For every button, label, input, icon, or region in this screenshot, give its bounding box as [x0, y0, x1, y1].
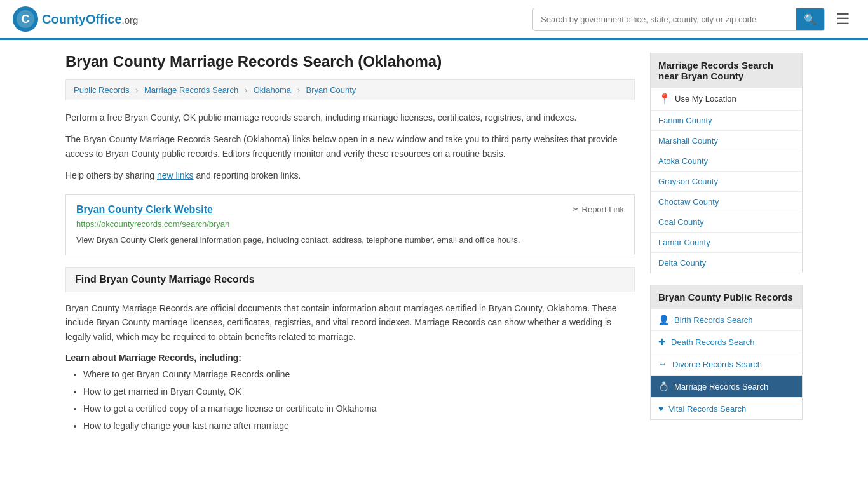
vital-records-label: Vital Records Search [668, 404, 746, 414]
find-records-text: Bryan County Marriage Records are offici… [65, 301, 635, 344]
use-location[interactable]: 📍 Use My Location [651, 88, 802, 111]
header: C CountyOffice.org 🔍 ☰ [0, 0, 868, 40]
list-item: How to get married in Bryan County, OK [83, 385, 635, 398]
description-1: Perform a free Bryan County, OK public m… [65, 111, 635, 125]
divorce-records-link[interactable]: ↔ Divorce Records Search [651, 353, 802, 375]
list-item: ♥ Vital Records Search [651, 398, 802, 419]
list-item: Where to get Bryan County Marriage Recor… [83, 368, 635, 381]
birth-records-label: Birth Records Search [674, 315, 753, 325]
search-bar: 🔍 [532, 8, 825, 31]
county-link-grayson[interactable]: Grayson County [651, 172, 802, 191]
county-link-fannin[interactable]: Fannin County [651, 111, 802, 130]
public-records-list: 👤 Birth Records Search ✚ Death Records S… [651, 309, 802, 419]
find-records-header: Find Bryan County Marriage Records [65, 267, 635, 292]
main-container: Bryan County Marriage Records Search (Ok… [53, 40, 815, 449]
breadcrumb-public-records[interactable]: Public Records [74, 85, 129, 95]
county-link-atoka[interactable]: Atoka County [651, 151, 802, 171]
public-records-section: Bryan County Public Records 👤 Birth Reco… [650, 285, 803, 420]
learn-label: Learn about Marriage Records, including: [65, 353, 635, 363]
list-item: 👤 Birth Records Search [651, 309, 802, 331]
find-records-section: Find Bryan County Marriage Records Bryan… [65, 267, 635, 433]
record-link-header: Bryan County Clerk Website ✂ Report Link [76, 204, 624, 215]
nearby-county-list: Fannin County Marshall County Atoka Coun… [651, 111, 802, 273]
county-link-choctaw[interactable]: Choctaw County [651, 192, 802, 212]
nearby-section: Marriage Records Search near Bryan Count… [650, 53, 803, 273]
birth-icon: 👤 [658, 315, 669, 325]
marriage-icon: 💍 [658, 381, 669, 391]
sidebar: Marriage Records Search near Bryan Count… [650, 53, 803, 437]
logo-area: C CountyOffice.org [13, 6, 138, 32]
search-input[interactable] [533, 10, 796, 29]
birth-records-link[interactable]: 👤 Birth Records Search [651, 309, 802, 330]
learn-list: Where to get Bryan County Marriage Recor… [65, 368, 635, 433]
public-records-title: Bryan County Public Records [651, 285, 802, 309]
description-2: The Bryan County Marriage Records Search… [65, 132, 635, 161]
divorce-icon: ↔ [658, 359, 667, 369]
list-item: ✚ Death Records Search [651, 331, 802, 353]
list-item: Atoka County [651, 151, 802, 172]
menu-icon[interactable]: ☰ [831, 8, 855, 30]
new-links-link[interactable]: new links [157, 170, 194, 180]
vital-records-link[interactable]: ♥ Vital Records Search [651, 398, 802, 419]
list-item: How to get a certified copy of a marriag… [83, 402, 635, 416]
county-link-lamar[interactable]: Lamar County [651, 233, 802, 252]
list-item: Marshall County [651, 131, 802, 151]
breadcrumb-marriage-records-search[interactable]: Marriage Records Search [144, 85, 238, 95]
list-item: How to legally change your last name aft… [83, 419, 635, 433]
list-item: Fannin County [651, 111, 802, 131]
marriage-records-link[interactable]: 💍 Marriage Records Search [651, 376, 802, 397]
description-3: Help others by sharing new links and rep… [65, 168, 635, 182]
breadcrumb: Public Records › Marriage Records Search… [65, 79, 635, 100]
report-link-icon: ✂ [573, 205, 580, 214]
list-item: Lamar County [651, 233, 802, 253]
record-desc: View Bryan County Clerk general informat… [76, 234, 624, 247]
header-right: 🔍 ☰ [532, 8, 855, 31]
list-item: ↔ Divorce Records Search [651, 353, 802, 376]
marriage-records-label: Marriage Records Search [674, 382, 768, 391]
vital-icon: ♥ [658, 403, 663, 414]
record-url: https://okcountyrecords.com/search/bryan [76, 219, 624, 229]
content-area: Bryan County Marriage Records Search (Ok… [65, 53, 635, 437]
county-link-delta[interactable]: Delta County [651, 253, 802, 273]
page-title: Bryan County Marriage Records Search (Ok… [65, 53, 635, 71]
death-records-link[interactable]: ✚ Death Records Search [651, 331, 802, 353]
logo-icon: C [13, 6, 38, 32]
county-link-coal[interactable]: Coal County [651, 212, 802, 232]
logo-text: CountyOffice.org [42, 12, 138, 27]
death-icon: ✚ [658, 337, 666, 347]
search-button[interactable]: 🔍 [796, 8, 824, 30]
report-link[interactable]: ✂ Report Link [573, 205, 624, 214]
county-link-marshall[interactable]: Marshall County [651, 131, 802, 151]
death-records-label: Death Records Search [671, 337, 755, 347]
divorce-records-label: Divorce Records Search [672, 360, 762, 369]
nearby-section-title: Marriage Records Search near Bryan Count… [651, 53, 802, 88]
breadcrumb-bryan-county[interactable]: Bryan County [306, 85, 356, 95]
use-location-label: Use My Location [675, 94, 736, 104]
list-item: Choctaw County [651, 192, 802, 212]
list-item: Coal County [651, 212, 802, 233]
list-item: Grayson County [651, 172, 802, 192]
pin-icon: 📍 [658, 93, 671, 105]
svg-text:C: C [22, 13, 30, 25]
list-item-active: 💍 Marriage Records Search [651, 376, 802, 398]
description: Perform a free Bryan County, OK public m… [65, 111, 635, 183]
list-item: Delta County [651, 253, 802, 273]
breadcrumb-oklahoma[interactable]: Oklahoma [254, 85, 291, 95]
record-link-box: Bryan County Clerk Website ✂ Report Link… [65, 194, 635, 256]
record-link-title[interactable]: Bryan County Clerk Website [76, 204, 213, 215]
